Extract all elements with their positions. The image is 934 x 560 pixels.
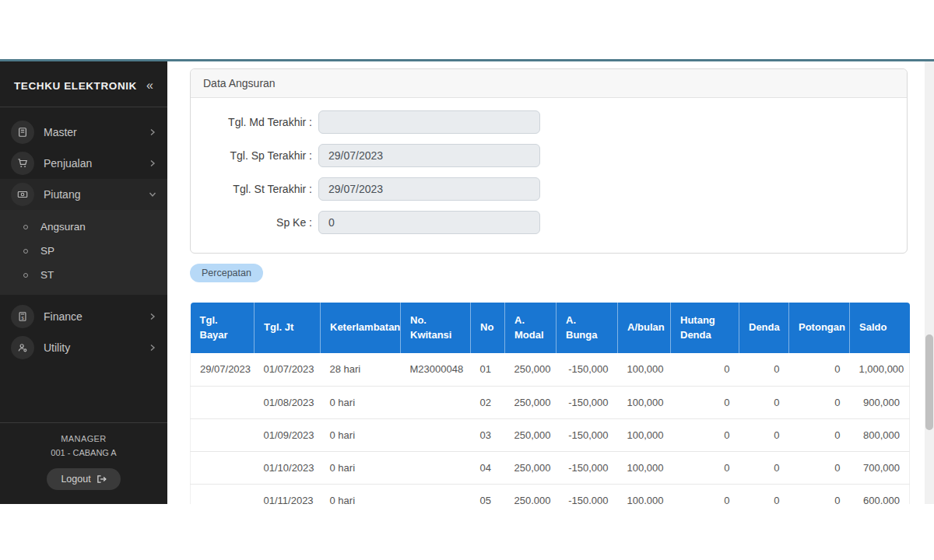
piutang-submenu: Angsuran SP ST xyxy=(0,210,167,295)
sidebar-brand: TECHKU ELEKTRONIK « xyxy=(0,61,167,107)
sidebar-item-piutang[interactable]: Piutang xyxy=(0,179,167,210)
column-header: Hutang Denda xyxy=(671,303,739,353)
vertical-scrollbar-track[interactable] xyxy=(925,61,934,504)
user-branch: 001 - CABANG A xyxy=(0,448,167,457)
sidebar-nav: Master Penjualan Piutang xyxy=(0,107,167,363)
logout-icon xyxy=(97,474,107,484)
chevron-right-icon xyxy=(149,344,156,352)
table-cell: 0 hari xyxy=(321,451,401,484)
chevron-right-icon xyxy=(149,128,156,136)
table-cell: 02 xyxy=(471,386,505,418)
table-cell xyxy=(191,484,255,504)
form-row: Tgl. St Terakhir : xyxy=(203,177,894,201)
sp-ke-field[interactable] xyxy=(318,211,540,234)
table-cell: 100,000 xyxy=(618,418,671,451)
percepatan-button[interactable]: Percepatan xyxy=(190,264,263,282)
table-cell xyxy=(401,451,471,484)
submenu-item-label: Angsuran xyxy=(40,221,86,233)
table-cell: 250,000 xyxy=(505,484,557,504)
chevron-down-icon xyxy=(149,191,156,198)
sidebar: TECHKU ELEKTRONIK « Master Penjualan xyxy=(0,61,167,504)
table-cell: 100,000 xyxy=(618,451,671,484)
tgl-sp-terakhir-field[interactable] xyxy=(318,144,540,167)
form-row: Tgl. Sp Terakhir : xyxy=(203,144,894,167)
sidebar-collapse-icon[interactable]: « xyxy=(146,79,153,93)
column-header: Potongan xyxy=(789,303,850,353)
sidebar-item-label: Utility xyxy=(44,341,149,354)
sidebar-item-label: Penjualan xyxy=(44,157,149,170)
sidebar-item-label: Finance xyxy=(44,310,149,323)
sidebar-item-utility[interactable]: Utility xyxy=(0,332,167,363)
sidebar-item-finance[interactable]: $ Finance xyxy=(0,301,167,332)
user-role: MANAGER xyxy=(0,434,167,443)
tgl-st-terakhir-field[interactable] xyxy=(318,177,540,201)
main-content: Data Angsuran Tgl. Md Terakhir : Tgl. Sp… xyxy=(167,61,934,504)
column-header: A. Modal xyxy=(505,303,557,353)
column-header: Tgl. Jt xyxy=(255,303,321,353)
table-cell: 100,000 xyxy=(618,386,671,418)
logout-button[interactable]: Logout xyxy=(47,468,120,490)
table-cell: 05 xyxy=(471,484,505,504)
table-cell: 250,000 xyxy=(505,418,557,451)
sidebar-item-penjualan[interactable]: Penjualan xyxy=(0,148,167,179)
user-gear-icon xyxy=(11,336,34,359)
table-cell: 600,000 xyxy=(850,484,910,504)
table-cell: 250,000 xyxy=(505,451,557,484)
logout-label: Logout xyxy=(61,474,90,485)
table-cell xyxy=(191,418,255,451)
table-row: 29/07/202301/07/202328 hariM230000480125… xyxy=(191,353,910,386)
tgl-md-terakhir-label: Tgl. Md Terakhir : xyxy=(203,116,312,128)
table-cell: 250,000 xyxy=(505,353,557,386)
table-cell xyxy=(191,451,255,484)
table-cell: 01/07/2023 xyxy=(255,353,321,386)
bullet-icon xyxy=(23,249,28,254)
table-cell: 0 xyxy=(671,353,739,386)
sidebar-footer: MANAGER 001 - CABANG A Logout xyxy=(0,422,167,504)
table-cell: 01/08/2023 xyxy=(255,386,321,418)
column-header: A. Bunga xyxy=(557,303,618,353)
column-header: Tgl. Bayar xyxy=(191,303,255,353)
table-row: 01/08/20230 hari02250,000-150,000100,000… xyxy=(191,386,910,418)
table-cell: 0 xyxy=(671,386,739,418)
sp-ke-label: Sp Ke : xyxy=(203,216,312,229)
submenu-item-label: SP xyxy=(40,245,54,257)
chevron-right-icon xyxy=(149,159,156,167)
brand-title: TECHKU ELEKTRONIK xyxy=(14,80,137,92)
table-cell: 0 xyxy=(739,353,789,386)
table-cell: 0 xyxy=(739,484,789,504)
sidebar-item-master[interactable]: Master xyxy=(0,117,167,148)
sidebar-item-sp[interactable]: SP xyxy=(0,239,167,263)
table-cell: M23000048 xyxy=(401,353,471,386)
finance-icon: $ xyxy=(11,305,34,328)
table-cell: 100,000 xyxy=(618,353,671,386)
table-cell: 03 xyxy=(471,418,505,451)
vertical-scrollbar-thumb[interactable] xyxy=(925,334,933,430)
table-cell: 0 hari xyxy=(321,386,401,418)
table-cell: 0 xyxy=(739,418,789,451)
angsuran-table: Tgl. BayarTgl. JtKeterlambatanNo. Kwitan… xyxy=(190,303,910,504)
app-window: TECHKU ELEKTRONIK « Master Penjualan xyxy=(0,61,934,504)
table-cell: 0 xyxy=(789,386,850,418)
submenu-item-label: ST xyxy=(40,269,54,281)
form-row: Sp Ke : xyxy=(203,211,894,234)
table-cell: 0 xyxy=(671,484,739,504)
table-cell: 250,000 xyxy=(505,386,557,418)
table-cell: 0 xyxy=(789,484,850,504)
table-cell: 0 hari xyxy=(321,484,401,504)
cash-icon xyxy=(11,183,34,206)
table-header-row: Tgl. BayarTgl. JtKeterlambatanNo. Kwitan… xyxy=(191,303,910,353)
sidebar-item-label: Piutang xyxy=(44,188,149,201)
table-cell: 800,000 xyxy=(850,418,910,451)
table-cell: 0 xyxy=(739,451,789,484)
tgl-md-terakhir-field[interactable] xyxy=(318,110,540,134)
svg-text:$: $ xyxy=(21,316,24,320)
sidebar-item-st[interactable]: ST xyxy=(0,263,167,287)
data-angsuran-panel: Data Angsuran Tgl. Md Terakhir : Tgl. Sp… xyxy=(190,68,908,254)
table-cell: 0 xyxy=(671,451,739,484)
table-cell: 700,000 xyxy=(850,451,910,484)
table-cell: -150,000 xyxy=(557,353,618,386)
angsuran-table-wrap: Tgl. BayarTgl. JtKeterlambatanNo. Kwitan… xyxy=(190,303,909,504)
table-cell: 1,000,000 xyxy=(850,353,910,386)
sidebar-item-angsuran[interactable]: Angsuran xyxy=(0,215,167,239)
bullet-icon xyxy=(23,273,28,278)
